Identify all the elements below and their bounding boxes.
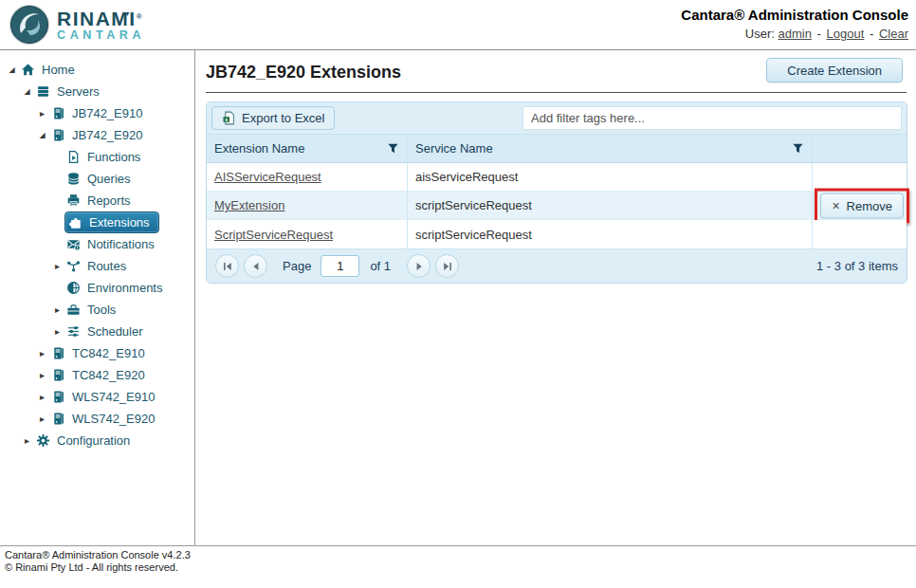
expand-arrow-icon[interactable]: ▸ [35,408,49,430]
remove-button-label: Remove [847,198,892,212]
filter-tags-input[interactable] [522,106,902,130]
last-page-icon [443,262,452,271]
pager: Page of 1 1 - 3 of 3 items [207,248,907,283]
sidebar-item-notifications[interactable]: Notifications [0,233,194,255]
sidebar-item-home[interactable]: ◢Home [0,59,194,81]
filter-funnel-icon[interactable] [387,142,399,155]
servers-icon [35,84,51,100]
scheduler-icon [65,324,82,340]
remove-button[interactable]: ×Remove [820,193,904,218]
main-content: JB742_E920 Extensions Create Extension x… [196,50,916,545]
last-page-button[interactable] [435,254,459,278]
expand-arrow-icon[interactable]: ▸ [50,321,64,342]
action-cell [812,220,907,248]
rinami-logo-icon [9,4,50,46]
table-row-myextension: MyExtensionscriptServiceRequest×Remove [207,192,907,220]
sidebar-item-servers[interactable]: ◢Servers [0,81,194,102]
expand-arrow-icon[interactable]: ▸ [50,299,64,321]
export-to-excel-button[interactable]: x Export to Excel [211,106,335,130]
prev-page-button[interactable] [244,254,267,278]
routes-icon [65,259,82,274]
sidebar-item-tc842-e920[interactable]: ▸TC842_E920 [0,364,194,386]
navigation-tree: ◢Home◢Servers▸JB742_E910◢JB742_E920Funct… [0,50,195,545]
app-footer: Cantara® Administration Console v4.2.3 ©… [0,545,916,574]
expand-arrow-icon[interactable]: ▸ [35,342,49,364]
expand-arrow-icon[interactable]: ▸ [35,102,49,124]
sidebar-item-label: Home [39,62,78,78]
sidebar-item-label: Tools [84,302,119,318]
functions-icon [65,150,82,165]
remove-x-icon: × [832,199,839,212]
extension-link[interactable]: MyExtension [214,198,284,212]
next-page-button[interactable] [407,254,431,278]
table-row-aisservicerequest: AISServiceRequestaisServiceRequest [207,163,907,192]
sidebar-item-tc842-e910[interactable]: ▸TC842_E910 [0,342,194,364]
collapse-arrow-icon[interactable]: ◢ [35,124,49,146]
expand-arrow-icon[interactable]: ▸ [35,386,49,408]
page-of-label: of 1 [370,259,391,273]
table-header-row: Extension NameService Name [207,135,907,163]
sidebar-item-wls742-e920[interactable]: ▸WLS742_E920 [0,408,194,430]
expand-arrow-icon[interactable]: ▸ [50,255,64,277]
title-divider [206,92,907,93]
sidebar-item-label: Functions [84,149,143,165]
sidebar-item-reports[interactable]: Reports [0,190,194,211]
queries-icon [65,172,82,187]
user-label: User: [745,27,775,41]
sidebar-item-jb742-e910[interactable]: ▸JB742_E910 [0,102,194,124]
sidebar-item-label: TC842_E910 [69,345,148,361]
sidebar-item-label: Scheduler [84,323,146,340]
sidebar-item-extensions[interactable]: Extensions [0,211,194,233]
sidebar-item-label: Routes [84,258,129,274]
annotation-highlight-box: ×Remove [815,188,909,223]
expand-arrow-icon[interactable]: ▸ [35,364,49,386]
server-icon [50,128,66,143]
sidebar-item-label: Servers [54,83,102,100]
sidebar-item-tools[interactable]: ▸Tools [0,299,194,321]
service-name-cell: aisServiceRequest [407,163,812,192]
create-extension-button[interactable]: Create Extension [766,58,903,83]
clear-link[interactable]: Clear [879,27,908,41]
app-header: RINAMI▼® CANTARA Cantara® Administration… [0,0,916,50]
collapse-arrow-icon[interactable]: ◢ [5,59,19,81]
server-icon [50,368,66,383]
sidebar-item-functions[interactable]: Functions [0,146,194,168]
sidebar-item-label: Extensions [86,214,153,230]
brand-subname: CANTARA [57,28,145,42]
extension-link[interactable]: AISServiceRequest [214,170,321,184]
first-page-icon [223,262,232,271]
sidebar-item-label: Queries [84,171,134,187]
sidebar-item-routes[interactable]: ▸Routes [0,255,194,277]
sidebar-item-environments[interactable]: Environments [0,277,194,299]
brand-logo: RINAMI▼® CANTARA [9,4,145,46]
reports-icon [65,193,82,209]
environments-icon [65,281,82,296]
table-row-scriptservicerequest: ScriptServiceRequestscriptServiceRequest [207,220,907,248]
collapse-arrow-icon[interactable]: ◢ [20,81,34,102]
extension-link[interactable]: ScriptServiceRequest [214,228,333,242]
sidebar-item-label: JB742_E920 [69,127,145,143]
page-label: Page [283,259,311,273]
brand-name: RINAMI▼® [57,9,145,28]
prev-page-icon [251,262,261,271]
server-icon [50,106,66,121]
column-header-service-name: Service Name [407,135,812,163]
filter-funnel-icon[interactable] [792,142,804,155]
service-name-cell: scriptServiceRequest [407,192,812,220]
page-number-input[interactable] [321,255,359,277]
sidebar-item-wls742-e910[interactable]: ▸WLS742_E910 [0,386,194,408]
next-page-icon [414,262,424,271]
excel-icon: x [222,111,236,125]
expand-arrow-icon[interactable]: ▸ [20,430,34,451]
sidebar-item-configuration[interactable]: ▸Configuration [0,430,194,451]
user-name-link[interactable]: admin [779,27,812,41]
sidebar-item-label: Environments [84,280,165,296]
notifications-icon [65,237,82,252]
sidebar-item-queries[interactable]: Queries [0,168,194,190]
sidebar-item-scheduler[interactable]: ▸Scheduler [0,321,194,342]
logout-link[interactable]: Logout [827,27,865,41]
tools-icon [65,303,82,318]
server-icon [50,390,66,405]
first-page-button[interactable] [215,254,239,278]
sidebar-item-jb742-e920[interactable]: ◢JB742_E920 [0,124,194,146]
